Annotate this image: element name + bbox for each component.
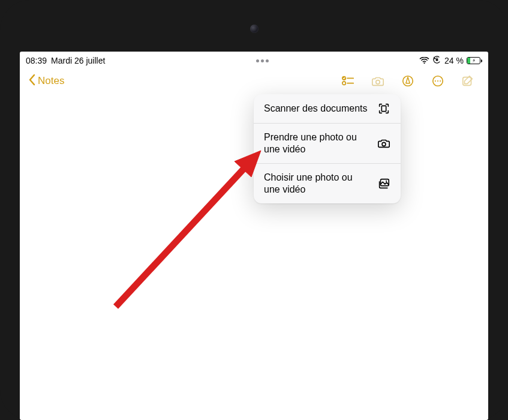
photo-library-icon [377, 177, 390, 190]
wifi-icon [419, 57, 429, 65]
status-time: 08:39 [26, 56, 47, 65]
svg-rect-13 [381, 106, 386, 111]
device-frame: 08:39 Mardi 26 juillet [0, 0, 508, 420]
svg-rect-1 [436, 59, 438, 61]
battery-icon: ⚡︎ [467, 57, 482, 64]
more-button[interactable] [426, 69, 450, 93]
camera-button[interactable] [366, 69, 390, 93]
markup-button[interactable] [396, 69, 420, 93]
status-date: Mardi 26 juillet [51, 56, 105, 65]
svg-point-10 [437, 80, 438, 82]
svg-point-9 [435, 80, 436, 82]
multitask-dots-icon[interactable] [256, 59, 269, 62]
svg-line-17 [116, 163, 250, 307]
rotation-lock-icon [432, 55, 441, 66]
chevron-left-icon [28, 74, 35, 89]
screen: 08:39 Mardi 26 juillet [20, 52, 488, 420]
camera-icon [377, 137, 390, 150]
svg-point-4 [342, 82, 346, 85]
scan-document-icon [377, 102, 390, 115]
menu-item-take-photo-video[interactable]: Prendre une photo ou une vidéo [254, 124, 401, 164]
menu-item-label: Scanner des documents [264, 103, 370, 115]
status-bar: 08:39 Mardi 26 juillet [20, 54, 488, 67]
checklist-button[interactable] [336, 69, 360, 93]
annotation-arrow-icon [98, 145, 278, 313]
svg-point-11 [440, 80, 441, 82]
menu-item-label: Prendre une photo ou une vidéo [264, 131, 370, 155]
menu-item-scan-documents[interactable]: Scanner des documents [254, 94, 401, 124]
status-center [105, 59, 419, 62]
back-label: Notes [38, 75, 64, 87]
toolbar: Notes [20, 67, 488, 95]
menu-item-choose-photo-video[interactable]: Choisir une photo ou une vidéo [254, 164, 401, 203]
svg-point-6 [376, 80, 380, 84]
svg-point-16 [386, 181, 387, 182]
camera-popover: Scanner des documents Prendre une photo … [254, 94, 401, 203]
battery-percent: 24 % [444, 56, 464, 65]
compose-button[interactable] [456, 69, 480, 93]
svg-point-14 [382, 142, 386, 146]
status-right: 24 % ⚡︎ [419, 55, 482, 66]
camera-dot-icon [250, 25, 258, 33]
back-button[interactable]: Notes [28, 74, 64, 89]
status-left: 08:39 Mardi 26 juillet [26, 56, 105, 65]
menu-item-label: Choisir une photo ou une vidéo [264, 172, 370, 196]
